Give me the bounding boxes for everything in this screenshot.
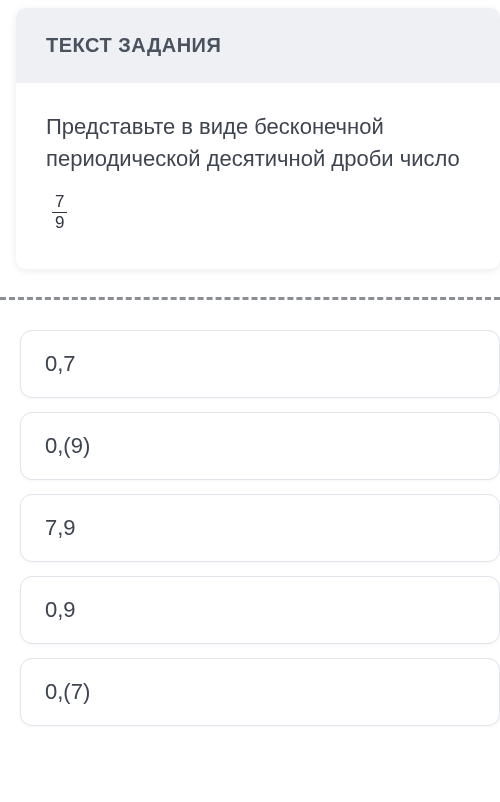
task-header: ТЕКСТ ЗАДАНИЯ [16, 8, 500, 83]
answer-option-label: 0,(9) [45, 433, 90, 458]
fraction: 7 9 [52, 193, 67, 232]
answer-option-label: 0,(7) [45, 679, 90, 704]
section-divider [0, 297, 500, 300]
answer-option-label: 0,7 [45, 351, 76, 376]
answer-option[interactable]: 0,(9) [20, 412, 500, 480]
answer-option[interactable]: 0,9 [20, 576, 500, 644]
answer-option[interactable]: 0,7 [20, 330, 500, 398]
task-prompt: Представьте в виде бесконечной периодиче… [16, 83, 500, 269]
answer-options: 0,7 0,(9) 7,9 0,9 0,(7) [0, 330, 500, 726]
task-header-title: ТЕКСТ ЗАДАНИЯ [46, 34, 470, 57]
answer-option-label: 7,9 [45, 515, 76, 540]
answer-option[interactable]: 7,9 [20, 494, 500, 562]
task-card: ТЕКСТ ЗАДАНИЯ Представьте в виде бесконе… [16, 8, 500, 269]
fraction-numerator: 7 [52, 193, 67, 212]
prompt-text: Представьте в виде бесконечной периодиче… [46, 111, 470, 175]
fraction-denominator: 9 [52, 213, 67, 232]
answer-option-label: 0,9 [45, 597, 76, 622]
answer-option[interactable]: 0,(7) [20, 658, 500, 726]
